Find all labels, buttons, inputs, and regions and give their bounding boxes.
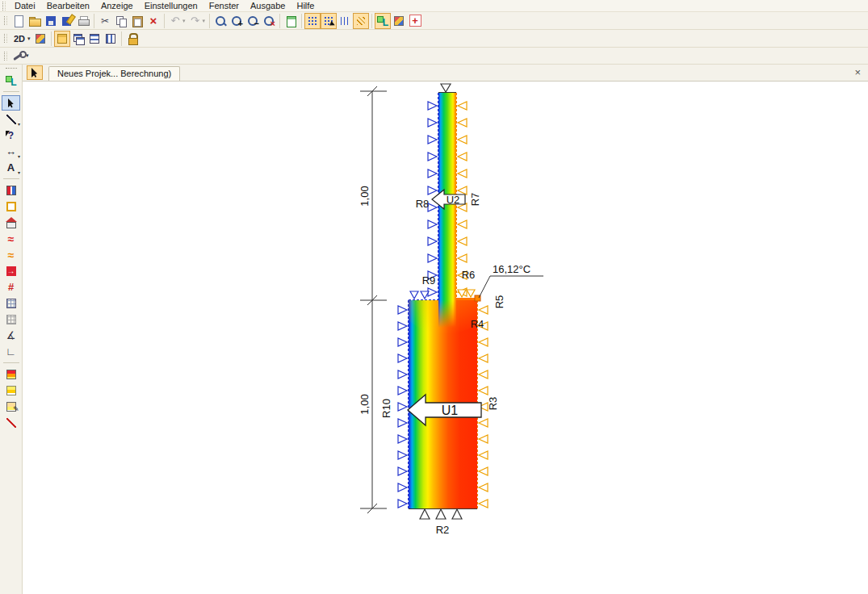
surface-box-icon [5,200,18,213]
paste-button[interactable] [129,13,145,29]
menubar: DateiBearbeitenAnzeigeEinstellungenFenst… [0,0,868,12]
grid-button[interactable] [304,13,321,29]
dimension-tool-button[interactable]: ▾ [2,144,20,159]
heat-source-icon [5,232,18,245]
tile-horizontal-button[interactable] [86,31,103,47]
texture-button[interactable] [32,31,48,47]
open-folder-icon [28,15,41,27]
document-tab[interactable]: Neues Projek... Berechnung) [48,66,180,81]
query-tool-button[interactable] [2,128,20,143]
menu-datei[interactable]: Datei [9,1,41,10]
layer-manager-button[interactable] [2,73,20,88]
surface-box-button[interactable] [2,199,20,214]
draw-tool-button[interactable]: ▾ [2,111,20,127]
grid-red-icon [5,281,18,294]
window-button[interactable] [54,31,70,47]
material-box-icon [5,184,18,197]
menu-hilfe[interactable]: Hilfe [291,1,320,10]
toolbar-view-grip[interactable] [4,34,7,43]
cascade-windows-button[interactable] [70,31,86,47]
dropdown-arrow-icon: ▾ [203,18,206,24]
zoom-button[interactable] [212,13,229,29]
zoom-in-button[interactable] [229,13,245,29]
layer-manager-button[interactable] [375,13,391,29]
add-button[interactable] [407,13,423,29]
menu-fenster[interactable]: Fenster [203,1,245,10]
vertical-lines-button[interactable] [337,13,353,29]
select-tool-button[interactable] [2,95,20,111]
menu-anzeige[interactable]: Anzeige [95,1,139,10]
result-layers-button[interactable] [2,366,20,382]
palette-grip[interactable] [6,68,17,70]
query-tool-icon [5,129,18,142]
edit-layers-button[interactable] [2,399,20,414]
grid-red-button[interactable] [2,279,20,295]
toolbar-standard-grip[interactable] [4,16,7,25]
redo-button[interactable]: ▾ [187,13,208,29]
zoom-off-button[interactable] [261,13,277,29]
copy-button[interactable] [113,13,129,29]
tab-close-button[interactable]: × [854,68,861,77]
cascade-windows-icon [72,32,85,45]
layer-manager-icon [5,74,18,87]
tile-vertical-button[interactable] [103,31,119,47]
draw-red-icon [5,416,18,429]
result-layers-icon [5,368,18,381]
zoom-out-button[interactable] [245,13,261,29]
print-button[interactable] [75,13,91,29]
room-button[interactable] [2,215,20,230]
new-file-button[interactable] [10,13,27,29]
application-window: DateiBearbeitenAnzeigeEinstellungenFenst… [0,0,868,594]
boundary-arrows-junction-left [410,291,429,299]
menu-einstellungen[interactable]: Einstellungen [139,1,203,10]
draw-red-button[interactable] [2,415,20,430]
view-2d-button-button[interactable]: 2D▾ [10,31,32,47]
cut-button[interactable] [97,13,113,29]
angle-button[interactable] [2,344,20,359]
zoom-out-icon [246,15,259,27]
tools-button[interactable]: ▾ [10,48,31,64]
dimension-lines [360,86,387,513]
menubar-grip[interactable] [2,2,6,10]
heat-flow-button[interactable] [2,247,20,262]
calculate-button[interactable] [283,13,299,29]
toolbar-tools-grip[interactable] [4,52,7,61]
save-as-button[interactable] [59,13,75,29]
palette-items: ▾▾▾ [2,73,20,430]
mesh-button[interactable] [2,312,20,327]
grid-icon [306,15,319,27]
drawing-canvas[interactable]: 1,00 1,00 U2 U1 R8 R7 R9 [23,82,868,594]
vapor-icon [5,265,18,278]
undo-button[interactable]: ▾ [167,13,187,29]
edit-layers-icon [5,400,18,413]
menu-bearbeiten[interactable]: Bearbeiten [41,1,95,10]
delete-button[interactable] [145,13,161,29]
calculate-icon [284,15,297,27]
material-box-button[interactable] [2,182,20,198]
probe-button[interactable] [2,328,20,343]
menu-ausgabe[interactable]: Ausgabe [245,1,291,10]
dropdown-arrow-icon: ▾ [18,169,20,175]
vapor-button[interactable] [2,263,20,278]
menu-items: DateiBearbeitenAnzeigeEinstellungenFenst… [9,1,320,10]
dropdown-arrow-icon: ▾ [27,36,31,42]
separator [3,91,19,92]
grid-snap-button[interactable] [321,13,337,29]
support-symbols-bottom [420,509,462,519]
hatch-button[interactable] [353,13,369,29]
text-tool-button[interactable]: ▾ [2,160,20,175]
heat-source-button[interactable] [2,231,20,246]
probe-icon [5,329,18,342]
label-r5: R5 [493,295,505,309]
open-folder-button[interactable] [27,13,43,29]
texture-button[interactable] [391,13,407,29]
pointer-mode-button[interactable] [27,65,43,80]
dropdown-arrow-icon: ▾ [18,121,20,127]
lock-button[interactable] [124,31,140,47]
save-icon [44,15,57,27]
isotherm-button[interactable] [2,383,20,398]
save-button[interactable] [43,13,59,29]
table-button[interactable] [2,295,20,311]
u2-label: U2 [447,194,460,206]
label-r9: R9 [422,274,436,287]
